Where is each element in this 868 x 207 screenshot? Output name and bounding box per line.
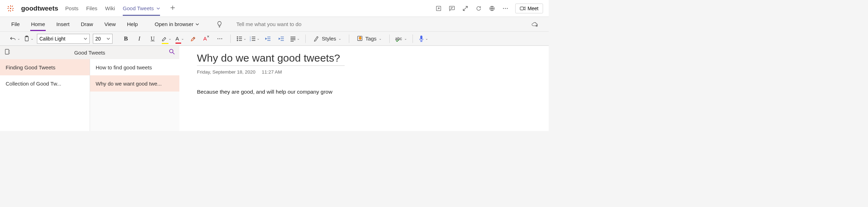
tab-files[interactable]: Files xyxy=(86,1,97,15)
content-area: Good Tweets Finding Good Tweets Collecti… xyxy=(0,46,549,131)
chevron-down-icon: ⌄ xyxy=(297,37,300,40)
page-title[interactable]: Why do we want good tweets? xyxy=(197,52,345,66)
chevron-down-icon: ⌄ xyxy=(338,37,341,40)
spellcheck-button[interactable]: abc⌄ xyxy=(395,34,407,44)
bold-button[interactable]: B xyxy=(121,34,131,44)
underline-button[interactable]: U xyxy=(148,34,158,44)
open-in-browser-button[interactable]: Open in browser xyxy=(155,21,199,27)
search-icon[interactable] xyxy=(169,49,175,56)
app-icon xyxy=(6,4,15,13)
svg-point-19 xyxy=(217,38,218,39)
align-button[interactable]: ⌄ xyxy=(290,34,300,44)
video-icon xyxy=(520,6,525,11)
nav-columns: Finding Good Tweets Collection of Good T… xyxy=(0,59,179,131)
ribbon-tab-help[interactable]: Help xyxy=(126,18,139,31)
meet-label: Meet xyxy=(528,6,538,11)
svg-rect-29 xyxy=(420,36,422,39)
svg-point-21 xyxy=(221,38,222,39)
bullet-list-button[interactable]: ⌄ xyxy=(236,34,246,44)
svg-rect-1 xyxy=(10,5,11,6)
notebook-title[interactable]: Good Tweets xyxy=(74,50,105,56)
meet-button[interactable]: Meet xyxy=(515,4,543,13)
svg-point-20 xyxy=(219,38,221,39)
section-item[interactable]: Finding Good Tweets xyxy=(0,59,90,75)
font-color-button[interactable]: A⌄ xyxy=(175,34,185,44)
chevron-down-icon xyxy=(107,37,110,40)
separator xyxy=(305,34,306,43)
indent-button[interactable] xyxy=(276,34,286,44)
ribbon-tab-draw[interactable]: Draw xyxy=(80,18,94,31)
chevron-down-icon: ⌄ xyxy=(425,37,428,40)
chevron-down-icon: ⌄ xyxy=(257,37,260,40)
font-name-select[interactable]: Calibri Light xyxy=(37,34,90,44)
font-size-select[interactable]: 20 xyxy=(93,34,113,44)
ribbon-tabs: File Home Insert Draw View Help Open in … xyxy=(0,17,549,32)
svg-rect-30 xyxy=(5,49,9,54)
styles-button[interactable]: Styles⌄ xyxy=(311,34,343,44)
svg-point-14 xyxy=(507,8,508,9)
svg-rect-7 xyxy=(12,5,13,7)
font-name-value: Calibri Light xyxy=(39,36,65,42)
page-editor[interactable]: Why do we want good tweets? Friday, Sept… xyxy=(179,46,549,131)
lightbulb-icon[interactable] xyxy=(216,21,223,28)
italic-button[interactable]: I xyxy=(134,34,144,44)
ribbon-tab-file[interactable]: File xyxy=(11,18,20,31)
font-size-value: 20 xyxy=(95,36,101,42)
svg-point-31 xyxy=(170,49,173,53)
svg-point-13 xyxy=(505,8,506,9)
cloud-sync-icon[interactable] xyxy=(531,21,538,28)
svg-point-24 xyxy=(237,40,238,41)
add-tab-button[interactable] xyxy=(170,4,175,12)
ribbon-tab-insert[interactable]: Insert xyxy=(56,18,70,31)
chevron-down-icon: ⌄ xyxy=(243,37,246,40)
separator xyxy=(389,34,390,43)
more-formatting-icon[interactable] xyxy=(215,34,225,44)
svg-rect-2 xyxy=(10,10,11,12)
tab-wiki[interactable]: Wiki xyxy=(105,1,115,15)
top-right-actions: Meet xyxy=(435,4,543,13)
ribbon-tab-home[interactable]: Home xyxy=(30,18,46,31)
globe-icon[interactable] xyxy=(489,5,496,12)
nav-header: Good Tweets xyxy=(0,46,179,59)
page-item[interactable]: Why do we want good twe... xyxy=(90,75,179,92)
clear-format-button[interactable] xyxy=(188,34,198,44)
teams-top-bar: goodtweets Posts Files Wiki Good Tweets … xyxy=(0,0,549,17)
page-meta: Friday, September 18, 2020 11:27 AM xyxy=(197,69,531,75)
ribbon-tab-view[interactable]: View xyxy=(104,18,116,31)
outdent-button[interactable] xyxy=(263,34,273,44)
tags-label: Tags xyxy=(365,36,377,42)
chat-icon[interactable] xyxy=(448,5,455,12)
svg-rect-6 xyxy=(12,9,13,11)
svg-point-22 xyxy=(237,37,238,37)
svg-point-23 xyxy=(237,38,238,39)
refresh-icon[interactable] xyxy=(475,5,482,12)
highlight-button[interactable]: ⌄ xyxy=(161,34,171,44)
home-toolbar: ⌄ ⌄ Calibri Light 20 B I U ⌄ A⌄ A✕ ⌄ 123… xyxy=(0,32,549,46)
tell-me-input[interactable] xyxy=(236,21,521,27)
page-body[interactable]: Because they are good, and will help our… xyxy=(197,89,531,95)
number-list-button[interactable]: 123⌄ xyxy=(250,34,260,44)
svg-rect-4 xyxy=(12,8,14,9)
chevron-down-icon[interactable] xyxy=(157,5,160,11)
tags-button[interactable]: Tags⌄ xyxy=(355,34,384,44)
dictate-button[interactable]: ⌄ xyxy=(419,34,428,44)
expand-icon[interactable] xyxy=(462,5,469,12)
separator xyxy=(413,34,413,43)
chevron-down-icon: ⌄ xyxy=(17,37,20,40)
format-painter-button[interactable]: A✕ xyxy=(202,34,211,44)
svg-rect-5 xyxy=(8,6,9,7)
undo-button[interactable]: ⌄ xyxy=(10,34,20,44)
svg-rect-3 xyxy=(7,8,9,9)
section-item[interactable]: Collection of Good Tw... xyxy=(0,75,90,92)
page-time: 11:27 AM xyxy=(262,69,282,75)
notebook-icon[interactable] xyxy=(4,49,11,56)
page-item[interactable]: How to find good tweets xyxy=(90,59,179,75)
share-icon[interactable] xyxy=(435,5,442,12)
tab-posts[interactable]: Posts xyxy=(65,1,79,15)
svg-text:3: 3 xyxy=(250,39,251,42)
tab-good-tweets[interactable]: Good Tweets xyxy=(123,1,160,15)
more-icon[interactable] xyxy=(502,5,509,12)
team-name: goodtweets xyxy=(21,5,58,12)
clipboard-button[interactable]: ⌄ xyxy=(24,34,33,44)
chevron-down-icon: ⌄ xyxy=(31,37,33,40)
